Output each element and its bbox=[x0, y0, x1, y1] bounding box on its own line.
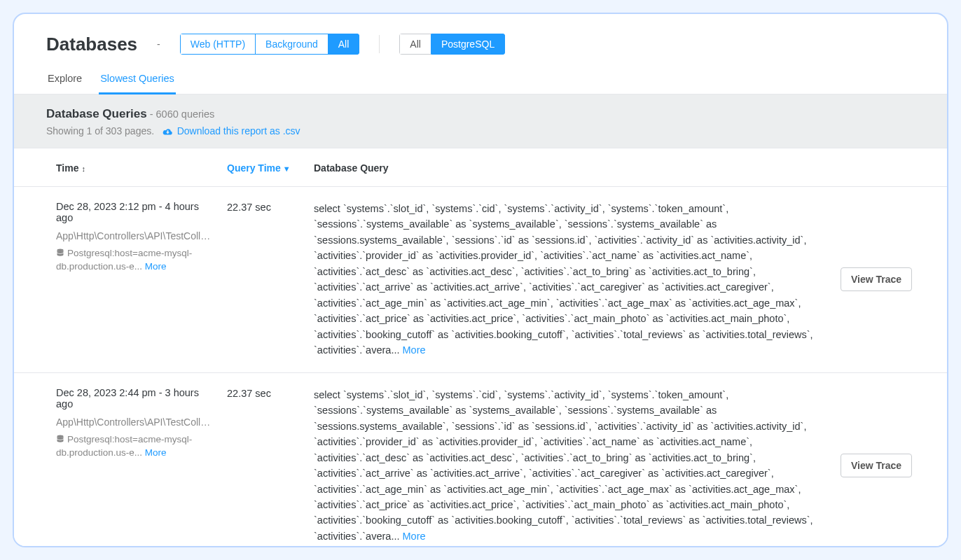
tab-slowest-queries[interactable]: Slowest Queries bbox=[99, 66, 176, 94]
controller-path: App\Http\Controllers\API\TestCollectorC… bbox=[56, 230, 214, 241]
database-icon bbox=[56, 248, 64, 260]
query-row: Dec 28, 2023 2:12 pm - 4 hours ago App\H… bbox=[14, 187, 947, 373]
filter-web-http[interactable]: Web (HTTP) bbox=[180, 34, 256, 55]
col-action: View Trace bbox=[841, 454, 925, 477]
header-dash: - bbox=[157, 38, 160, 50]
db-host-more-link[interactable]: More bbox=[145, 261, 167, 272]
controller-path: App\Http\Controllers\API\TestCollectorC… bbox=[56, 416, 214, 428]
content-count: - 6060 queries bbox=[147, 108, 215, 120]
col-query: select `systems`.`slot_id`, `systems`.`c… bbox=[314, 201, 841, 358]
col-time: Dec 28, 2023 2:12 pm - 4 hours ago App\H… bbox=[56, 201, 227, 273]
content-subline: Showing 1 of 303 pages. Download this re… bbox=[46, 125, 915, 138]
col-query-time: 22.37 sec bbox=[227, 201, 314, 213]
timestamp: Dec 28, 2023 2:12 pm - 4 hours ago bbox=[56, 201, 214, 223]
col-header-time[interactable]: Time↕ bbox=[56, 162, 227, 174]
col-header-query-time-label: Query Time bbox=[227, 162, 281, 174]
vertical-divider bbox=[379, 35, 380, 53]
db-host-text: Postgresql:host=acme-mysql-db.production… bbox=[56, 248, 192, 272]
col-query: select `systems`.`slot_id`, `systems`.`c… bbox=[314, 387, 841, 545]
sort-icon: ↕ bbox=[81, 164, 85, 173]
col-header-query-time[interactable]: Query Time▼ bbox=[227, 162, 314, 174]
content-title: Database Queries bbox=[46, 107, 147, 120]
page-title: Databases bbox=[46, 34, 137, 55]
col-action: View Trace bbox=[841, 267, 925, 291]
caret-down-icon: ▼ bbox=[283, 164, 291, 173]
download-csv-label: Download this report as .csv bbox=[177, 125, 300, 136]
svg-point-1 bbox=[57, 435, 64, 437]
col-query-time: 22.37 sec bbox=[227, 387, 314, 399]
col-time: Dec 28, 2023 2:44 pm - 3 hours ago App\H… bbox=[56, 387, 227, 459]
db-type-filter: All PostgreSQL bbox=[399, 34, 505, 55]
request-type-filter: Web (HTTP) Background All bbox=[180, 34, 360, 55]
query-more-link[interactable]: More bbox=[403, 531, 426, 542]
db-host-text: Postgresql:host=acme-mysql-db.production… bbox=[56, 434, 192, 458]
download-csv-link[interactable]: Download this report as .csv bbox=[163, 125, 300, 136]
query-rows: Dec 28, 2023 2:12 pm - 4 hours ago App\H… bbox=[14, 187, 947, 546]
filter-all-db[interactable]: All bbox=[399, 34, 431, 55]
query-more-link[interactable]: More bbox=[403, 344, 426, 356]
cloud-download-icon bbox=[163, 127, 173, 138]
filter-background[interactable]: Background bbox=[256, 34, 329, 55]
content-header: Database Queries - 6060 queries Showing … bbox=[14, 94, 947, 148]
filter-postgresql[interactable]: PostgreSQL bbox=[431, 34, 505, 55]
view-trace-button[interactable]: View Trace bbox=[841, 267, 912, 291]
query-text: select `systems`.`slot_id`, `systems`.`c… bbox=[314, 203, 813, 356]
table-header: Time↕ Query Time▼ Database Query bbox=[14, 148, 947, 187]
pagination-summary: Showing 1 of 303 pages. bbox=[46, 125, 154, 136]
tabs: Explore Slowest Queries bbox=[14, 66, 947, 94]
db-host-more-link[interactable]: More bbox=[145, 447, 167, 458]
query-row: Dec 28, 2023 2:44 pm - 3 hours ago App\H… bbox=[14, 373, 947, 546]
app-inner: Databases - Web (HTTP) Background All Al… bbox=[14, 14, 947, 546]
svg-point-0 bbox=[57, 249, 64, 251]
timestamp: Dec 28, 2023 2:44 pm - 3 hours ago bbox=[56, 387, 214, 410]
col-header-time-label: Time bbox=[56, 162, 78, 174]
app-window: Databases - Web (HTTP) Background All Al… bbox=[13, 13, 948, 547]
view-trace-button[interactable]: View Trace bbox=[841, 454, 912, 477]
query-text: select `systems`.`slot_id`, `systems`.`c… bbox=[314, 389, 813, 542]
db-host-line: Postgresql:host=acme-mysql-db.production… bbox=[56, 433, 214, 459]
filter-all-requests[interactable]: All bbox=[329, 34, 360, 55]
tab-explore[interactable]: Explore bbox=[46, 66, 83, 94]
database-icon bbox=[56, 434, 64, 447]
header-row: Databases - Web (HTTP) Background All Al… bbox=[14, 27, 947, 62]
db-host-line: Postgresql:host=acme-mysql-db.production… bbox=[56, 247, 214, 273]
col-header-database-query: Database Query bbox=[314, 162, 915, 174]
